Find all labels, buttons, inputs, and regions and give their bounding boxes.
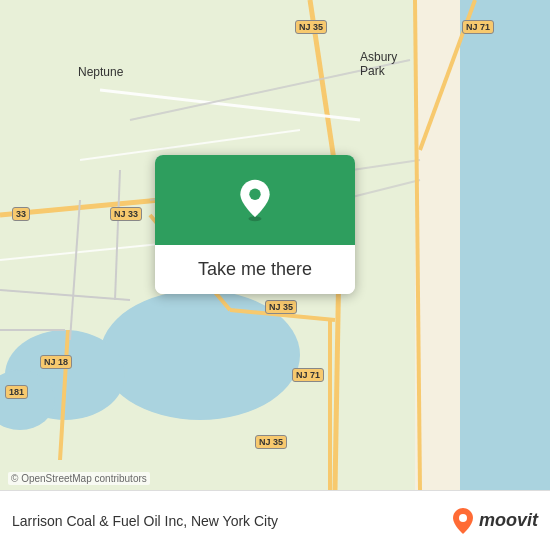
map-attribution: © OpenStreetMap contributors: [8, 472, 150, 485]
bottom-bar: Larrison Coal & Fuel Oil Inc, New York C…: [0, 490, 550, 550]
moovit-text: moovit: [479, 510, 538, 531]
take-me-there-button[interactable]: Take me there: [155, 245, 355, 294]
road-badge-181: 181: [5, 385, 28, 399]
card-green-header: [155, 155, 355, 245]
location-card: Take me there: [155, 155, 355, 294]
svg-point-27: [249, 189, 260, 200]
city-label-neptune: Neptune: [78, 65, 123, 79]
road-badge-nj33: NJ 33: [110, 207, 142, 221]
road-badge-nj35-bottom: NJ 35: [255, 435, 287, 449]
ocean: [460, 0, 550, 490]
svg-point-28: [459, 514, 467, 522]
city-label-asbury-park: AsburyPark: [360, 50, 397, 78]
road-badge-33: 33: [12, 207, 30, 221]
road-badge-nj35-top: NJ 35: [295, 20, 327, 34]
place-name: Larrison Coal & Fuel Oil Inc, New York C…: [12, 513, 451, 529]
moovit-logo: moovit: [451, 507, 538, 535]
location-pin-icon: [233, 178, 277, 222]
moovit-pin-icon: [451, 507, 475, 535]
road-badge-nj35-mid: NJ 35: [265, 300, 297, 314]
road-badge-nj71-mid: NJ 71: [292, 368, 324, 382]
road-badge-nj71-top: NJ 71: [462, 20, 494, 34]
map-container: Neptune AsburyPark NJ 35 NJ 71 33 NJ 33 …: [0, 0, 550, 490]
road-badge-nj18: NJ 18: [40, 355, 72, 369]
